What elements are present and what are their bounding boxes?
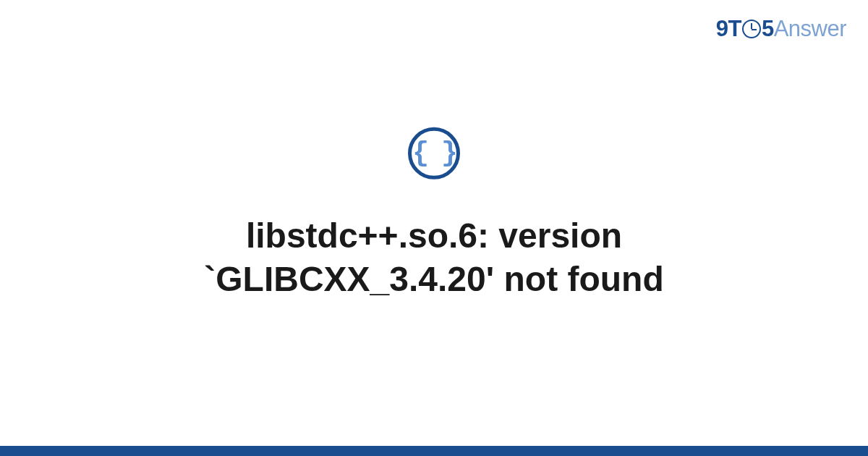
logo-part-9t: 9T [716,16,741,42]
site-logo: 9T 5 Answer [716,16,846,42]
bottom-accent-bar [0,446,868,456]
main-content: { } libstdc++.so.6: version `GLIBCXX_3.4… [0,127,868,301]
title-line-2: `GLIBCXX_3.4.20' not found [204,260,663,298]
code-braces-icon: { } [408,127,460,180]
braces-glyph: { } [412,140,455,167]
page-title: libstdc++.so.6: version `GLIBCXX_3.4.20'… [0,214,868,301]
logo-part-5: 5 [762,16,774,42]
logo-part-answer: Answer [774,16,846,42]
clock-icon [742,20,761,38]
title-line-1: libstdc++.so.6: version [246,216,622,255]
